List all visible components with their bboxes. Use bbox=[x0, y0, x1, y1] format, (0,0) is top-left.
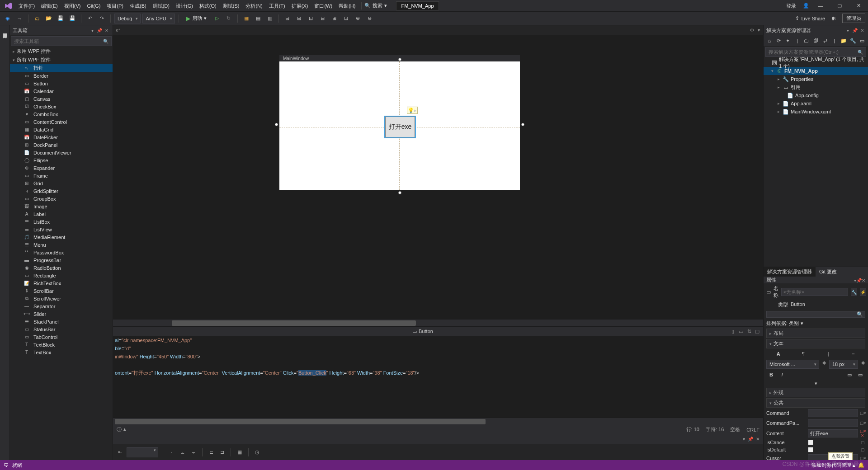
sln-icon-1[interactable]: ⟳ bbox=[775, 37, 783, 45]
platform-combo[interactable]: Any CPU bbox=[142, 14, 175, 24]
menu-build[interactable]: 生成(B) bbox=[127, 0, 150, 12]
sign-in-link[interactable]: 登录 bbox=[783, 0, 799, 12]
handle-e[interactable] bbox=[521, 123, 524, 126]
close-icon[interactable]: ✕ bbox=[755, 437, 760, 442]
appconfig-node[interactable]: 📄App.config bbox=[764, 91, 868, 99]
menu-design[interactable]: 设计(G) bbox=[173, 0, 196, 12]
italic-icon[interactable]: I bbox=[777, 371, 787, 379]
undo-icon[interactable]: ↶ bbox=[85, 14, 95, 24]
events-icon[interactable]: ⚡ bbox=[860, 288, 866, 296]
menu-tools[interactable]: 工具(T) bbox=[266, 0, 288, 12]
dropdown-icon[interactable]: ▾ bbox=[844, 28, 851, 33]
server-explorer-tab[interactable]: 服务器资源管理器 bbox=[1, 27, 9, 33]
scope-combo[interactable] bbox=[127, 447, 158, 457]
toolbox-item[interactable]: **PasswordBox bbox=[10, 249, 113, 256]
toolbox-item[interactable]: ◯Ellipse bbox=[10, 156, 113, 164]
toolbox-search-input[interactable] bbox=[14, 38, 103, 44]
toolbox-item[interactable]: ▭StatusBar bbox=[10, 325, 113, 333]
bold-icon[interactable]: B bbox=[766, 371, 776, 379]
menu-test[interactable]: 测试(S) bbox=[220, 0, 243, 12]
menu-view[interactable]: 视图(V) bbox=[61, 0, 84, 12]
menu-analyze[interactable]: 分析(N) bbox=[242, 0, 265, 12]
toolbox-item[interactable]: ☰StackPanel bbox=[10, 318, 113, 325]
cat-text[interactable]: 文本 bbox=[766, 339, 865, 348]
marker[interactable]: ▢▾ bbox=[860, 421, 865, 425]
feedback-icon[interactable]: 🗣 bbox=[829, 14, 839, 24]
align-strike-icon[interactable]: ⟊ bbox=[823, 350, 833, 358]
start-debug-button[interactable]: ▶启动 ▾ bbox=[183, 14, 210, 24]
save-icon[interactable]: 💾 bbox=[56, 14, 66, 24]
save-all-icon[interactable]: 💾 bbox=[67, 14, 77, 24]
minimize-button[interactable]: ― bbox=[813, 1, 828, 11]
toolbox-item[interactable]: 📅DatePicker bbox=[10, 133, 113, 141]
marker[interactable]: ▢▾ bbox=[860, 411, 865, 415]
status-bell-icon[interactable]: 🔔 bbox=[858, 462, 864, 468]
pin-icon[interactable]: 📌 bbox=[747, 437, 754, 442]
toolbox-item[interactable]: ▭Rectangle bbox=[10, 272, 113, 279]
fs-icon-1[interactable]: ▭ bbox=[844, 371, 854, 379]
sln-icon-3[interactable]: 🗀 bbox=[802, 37, 811, 45]
split-vert-icon[interactable]: ▯ bbox=[730, 329, 736, 334]
marker[interactable]: ▢▾ bbox=[860, 456, 865, 460]
status-line[interactable]: 行: 10 bbox=[686, 426, 699, 433]
breadcrumb-label[interactable]: Button bbox=[419, 329, 433, 334]
align-icon-1[interactable]: ⊟ bbox=[283, 14, 292, 24]
gear-icon[interactable]: ⚙ bbox=[749, 28, 755, 33]
toolbox-item[interactable]: 📅Calendar bbox=[10, 87, 113, 95]
toolbox-item[interactable]: ☰ListView bbox=[10, 226, 113, 233]
git-changes-tab[interactable]: Git 更改 bbox=[816, 267, 840, 277]
output-icon[interactable]: 🗨 bbox=[4, 462, 9, 468]
font-family-combo[interactable]: Microsoft ... bbox=[766, 360, 819, 369]
solution-search[interactable] bbox=[765, 47, 866, 57]
expand-icon[interactable]: ▢ bbox=[754, 329, 760, 334]
sln-icon-6[interactable]: 📁 bbox=[840, 37, 848, 45]
status-col[interactable]: 字符: 16 bbox=[706, 426, 724, 433]
align-text-a-icon[interactable]: A bbox=[774, 350, 783, 358]
swap-icon[interactable]: ⇅ bbox=[746, 329, 752, 334]
toolbox-item[interactable]: ▭ContentControl bbox=[10, 118, 113, 126]
pin-icon[interactable]: 📌 bbox=[856, 278, 862, 283]
designer-hscroll[interactable] bbox=[113, 319, 763, 326]
new-project-icon[interactable]: 🗂 bbox=[32, 14, 42, 24]
solution-tree[interactable]: 🞖解决方案 'FM_NVM_App' (1 个项目, 共 1 个) ▾©FM_N… bbox=[764, 58, 868, 117]
toolbox-item[interactable]: ▭Border bbox=[10, 72, 113, 80]
al5-icon[interactable]: ⊐ bbox=[218, 448, 226, 456]
toolbox-item[interactable]: 🖼Image bbox=[10, 202, 113, 210]
split-horiz-icon[interactable]: ▭ bbox=[738, 329, 744, 334]
menu-window[interactable]: 窗口(W) bbox=[311, 0, 335, 12]
design-canvas[interactable]: MainWindow 打开exe 💡▸ bbox=[279, 55, 520, 190]
toolbox-item[interactable]: ▬ProgressBar bbox=[10, 256, 113, 264]
status-ws[interactable]: 空格 bbox=[730, 426, 740, 433]
toolbox-item[interactable]: ▭GroupBox bbox=[10, 195, 113, 202]
close-icon[interactable]: ✕ bbox=[862, 278, 865, 283]
menu-format[interactable]: 格式(O) bbox=[196, 0, 220, 12]
redo-icon[interactable]: ↷ bbox=[97, 14, 107, 24]
val-commandparam[interactable] bbox=[808, 419, 858, 427]
account-icon[interactable]: 👤 bbox=[803, 3, 809, 9]
toolbox-item[interactable]: ☰Menu bbox=[10, 241, 113, 249]
toolbox-group-all[interactable]: 所有 WPF 控件 bbox=[10, 56, 113, 64]
config-combo[interactable]: Debug bbox=[114, 14, 141, 24]
nav-back-icon[interactable]: ◉ bbox=[3, 14, 13, 24]
close-button[interactable]: ✕ bbox=[851, 1, 866, 11]
toolbox-item[interactable]: ⊞DockPanel bbox=[10, 141, 113, 149]
align-icon-7[interactable]: ⊕ bbox=[353, 14, 363, 24]
pin-icon[interactable]: 📌 bbox=[852, 28, 858, 33]
toolbox-list[interactable]: 常用 WPF 控件 所有 WPF 控件 ↖指针▭Border▭Button📅Ca… bbox=[10, 47, 113, 460]
menu-git[interactable]: Git(G) bbox=[84, 0, 104, 12]
toolbox-item[interactable]: 📄DocumentViewer bbox=[10, 149, 113, 156]
isdefault-checkbox[interactable] bbox=[808, 447, 813, 452]
xaml-designer[interactable]: MainWindow 打开exe 💡▸ bbox=[113, 35, 763, 319]
font-size-combo[interactable]: 18 px bbox=[829, 360, 858, 369]
toolbox-item[interactable]: ALabel bbox=[10, 210, 113, 218]
wrench-icon[interactable]: 🔧 bbox=[851, 288, 857, 296]
sln-icon-7[interactable]: ▭ bbox=[858, 37, 866, 45]
cat-appearance[interactable]: 外观 bbox=[766, 388, 865, 397]
align-icon-3[interactable]: ⊡ bbox=[306, 14, 316, 24]
toolbox-item[interactable]: ☑CheckBox bbox=[10, 103, 113, 110]
toolbox-item[interactable]: ⫞GridSplitter bbox=[10, 187, 113, 195]
code-hscroll[interactable] bbox=[113, 418, 763, 425]
toolbox-item[interactable]: —Separator bbox=[10, 302, 113, 310]
val-content[interactable]: 打开exe bbox=[808, 429, 858, 437]
clock-icon[interactable]: ◷ bbox=[253, 448, 261, 456]
